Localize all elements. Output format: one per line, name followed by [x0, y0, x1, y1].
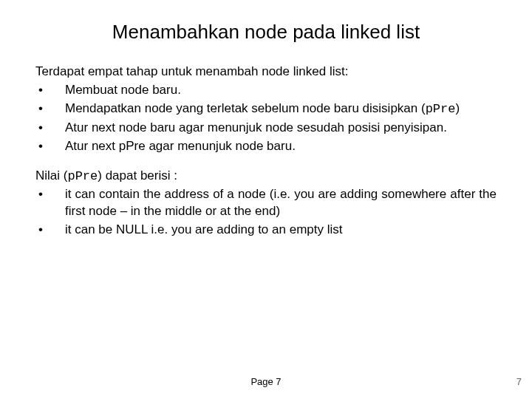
nilai-pre: Nilai (	[35, 168, 67, 183]
step-item: Mendapatkan node yang terletak sebelum n…	[35, 100, 497, 118]
step-text-pre: Mendapatkan node yang terletak sebelum n…	[65, 101, 426, 115]
code-ppre: pPre	[426, 102, 456, 116]
note-item: it can contain the address of a node (i.…	[35, 186, 497, 220]
step-text: Membuat node baru.	[65, 83, 181, 97]
notes-list: it can contain the address of a node (i.…	[35, 186, 497, 239]
step-text: Atur next pPre agar menunjuk node baru.	[65, 139, 296, 153]
step-text: Atur next node baru agar menunjuk node s…	[65, 120, 447, 134]
page-footer-center: Page 7	[0, 376, 532, 387]
nilai-line: Nilai (pPre) dapat berisi :	[35, 168, 497, 183]
note-text: it can be NULL i.e. you are adding to an…	[65, 222, 342, 236]
note-text: it can contain the address of a node (i.…	[65, 187, 497, 218]
step-text-post: )	[455, 101, 460, 115]
intro-text: Terdapat empat tahap untuk menambah node…	[35, 64, 497, 79]
steps-list: Membuat node baru. Mendapatkan node yang…	[35, 82, 497, 155]
note-item: it can be NULL i.e. you are adding to an…	[35, 222, 497, 239]
slide-title: Menambahkan node pada linked list	[35, 21, 497, 44]
step-item: Membuat node baru.	[35, 82, 497, 99]
page-number: 7	[516, 376, 522, 387]
nilai-post: ) dapat berisi :	[98, 168, 177, 183]
slide: Menambahkan node pada linked list Terdap…	[0, 0, 532, 239]
code-ppre: pPre	[67, 169, 98, 183]
step-item: Atur next pPre agar menunjuk node baru.	[35, 138, 497, 155]
step-item: Atur next node baru agar menunjuk node s…	[35, 120, 497, 137]
